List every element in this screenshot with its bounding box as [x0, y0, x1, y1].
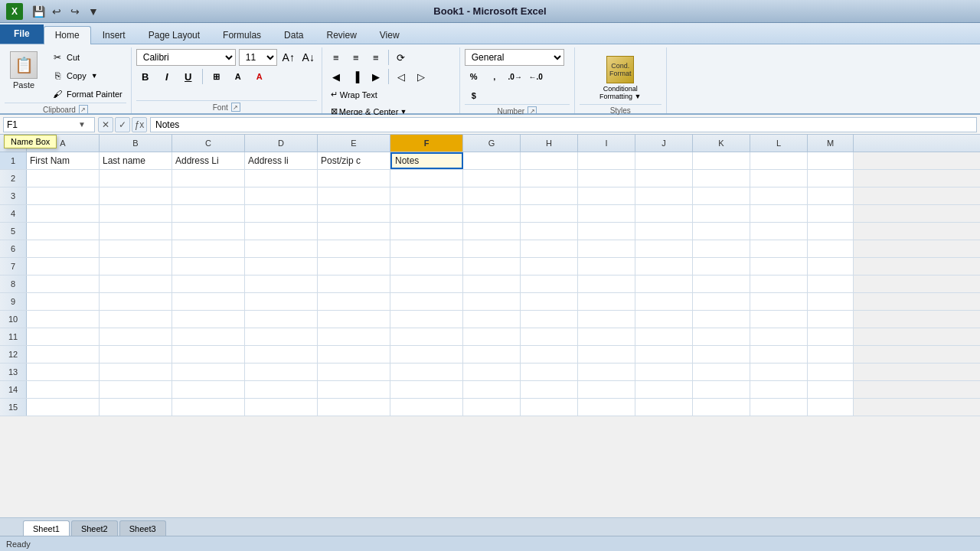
row-number-15[interactable]: 15 — [0, 399, 27, 416]
cell-h9[interactable] — [521, 293, 578, 310]
cell-g15[interactable] — [463, 399, 521, 416]
name-box-input[interactable] — [7, 119, 76, 130]
cell-j11[interactable] — [635, 328, 693, 345]
cell-m15[interactable] — [808, 399, 854, 416]
cell-m1[interactable] — [808, 152, 854, 169]
cell-d5[interactable] — [245, 223, 318, 240]
cell-h5[interactable] — [521, 223, 578, 240]
cell-k14[interactable] — [693, 381, 750, 398]
font-family-select[interactable]: Calibri — [136, 49, 236, 66]
cell-h14[interactable] — [521, 381, 578, 398]
cell-e11[interactable] — [318, 328, 390, 345]
cell-l15[interactable] — [750, 399, 808, 416]
cell-m9[interactable] — [808, 293, 854, 310]
align-center-button[interactable]: ▐ — [347, 68, 365, 85]
cell-i14[interactable] — [578, 381, 635, 398]
cell-l13[interactable] — [750, 364, 808, 380]
row-number-7[interactable]: 7 — [0, 258, 27, 275]
formula-function-btn[interactable]: ƒx — [132, 117, 147, 132]
italic-button[interactable]: I — [158, 68, 176, 85]
cell-f12[interactable] — [390, 346, 463, 363]
cell-j2[interactable] — [635, 170, 693, 187]
cell-g8[interactable] — [463, 276, 521, 292]
row-number-11[interactable]: 11 — [0, 328, 27, 345]
cell-d15[interactable] — [245, 399, 318, 416]
cell-c12[interactable] — [172, 346, 245, 363]
cell-i8[interactable] — [578, 276, 635, 292]
cell-g7[interactable] — [463, 258, 521, 275]
cell-h4[interactable] — [521, 205, 578, 222]
cell-a11[interactable] — [27, 328, 100, 345]
cell-i12[interactable] — [578, 346, 635, 363]
cell-l6[interactable] — [750, 240, 808, 257]
col-header-m[interactable]: M — [808, 135, 854, 152]
cell-g2[interactable] — [463, 170, 521, 187]
cell-k7[interactable] — [693, 258, 750, 275]
col-header-l[interactable]: L — [750, 135, 808, 152]
copy-button[interactable]: ⎘ Copy ▼ — [47, 67, 126, 84]
cell-a4[interactable] — [27, 205, 100, 222]
cell-a13[interactable] — [27, 364, 100, 380]
tab-home[interactable]: Home — [44, 26, 91, 44]
cell-d3[interactable] — [245, 187, 318, 204]
cell-k3[interactable] — [693, 187, 750, 204]
cell-d2[interactable] — [245, 170, 318, 187]
cell-k6[interactable] — [693, 240, 750, 257]
cell-g11[interactable] — [463, 328, 521, 345]
cell-h13[interactable] — [521, 364, 578, 380]
cell-i13[interactable] — [578, 364, 635, 380]
undo-quick-btn[interactable]: ↩ — [49, 4, 64, 19]
cell-g10[interactable] — [463, 311, 521, 328]
cell-c15[interactable] — [172, 399, 245, 416]
cell-a6[interactable] — [27, 240, 100, 257]
cell-g4[interactable] — [463, 205, 521, 222]
cell-c11[interactable] — [172, 328, 245, 345]
col-header-c[interactable]: C — [172, 135, 245, 152]
cell-k10[interactable] — [693, 311, 750, 328]
cell-i7[interactable] — [578, 258, 635, 275]
cell-h15[interactable] — [521, 399, 578, 416]
cell-j14[interactable] — [635, 381, 693, 398]
font-size-select[interactable]: 11 — [239, 49, 277, 66]
cell-k4[interactable] — [693, 205, 750, 222]
cell-l12[interactable] — [750, 346, 808, 363]
formula-input[interactable] — [150, 117, 977, 132]
cell-f13[interactable] — [390, 364, 463, 380]
decrease-decimal-btn[interactable]: ←.0 — [527, 68, 545, 85]
cell-m10[interactable] — [808, 311, 854, 328]
align-top-button[interactable]: ≡ — [327, 49, 345, 66]
col-header-k[interactable]: K — [693, 135, 750, 152]
font-expand-btn[interactable]: ↗ — [231, 103, 240, 112]
cell-c10[interactable] — [172, 311, 245, 328]
cell-d1[interactable]: Address li — [245, 152, 318, 169]
cell-j6[interactable] — [635, 240, 693, 257]
cell-c13[interactable] — [172, 364, 245, 380]
cell-j15[interactable] — [635, 399, 693, 416]
cell-g12[interactable] — [463, 346, 521, 363]
tab-insert[interactable]: Insert — [91, 26, 137, 44]
cell-f7[interactable] — [390, 258, 463, 275]
paste-button[interactable]: 📋 Paste — [5, 49, 43, 92]
cell-k15[interactable] — [693, 399, 750, 416]
cell-a9[interactable] — [27, 293, 100, 310]
conditional-formatting-button[interactable]: Cond. Format ConditionalFormatting ▼ — [593, 52, 648, 104]
bold-button[interactable]: B — [136, 68, 155, 85]
tab-file[interactable]: File — [0, 24, 44, 44]
cell-j3[interactable] — [635, 187, 693, 204]
cell-c8[interactable] — [172, 276, 245, 292]
cell-j4[interactable] — [635, 205, 693, 222]
cell-h2[interactable] — [521, 170, 578, 187]
col-header-e[interactable]: E — [318, 135, 390, 152]
cell-h7[interactable] — [521, 258, 578, 275]
wrap-text-button[interactable]: ↵ Wrap Text — [327, 87, 381, 102]
cell-m7[interactable] — [808, 258, 854, 275]
cell-c5[interactable] — [172, 223, 245, 240]
cell-g3[interactable] — [463, 187, 521, 204]
cell-k2[interactable] — [693, 170, 750, 187]
sheet-tab-3[interactable]: Sheet3 — [119, 520, 166, 536]
cell-e13[interactable] — [318, 364, 390, 380]
tab-page-layout[interactable]: Page Layout — [137, 26, 211, 44]
cell-j12[interactable] — [635, 346, 693, 363]
cell-g1[interactable] — [463, 152, 521, 169]
cell-m6[interactable] — [808, 240, 854, 257]
